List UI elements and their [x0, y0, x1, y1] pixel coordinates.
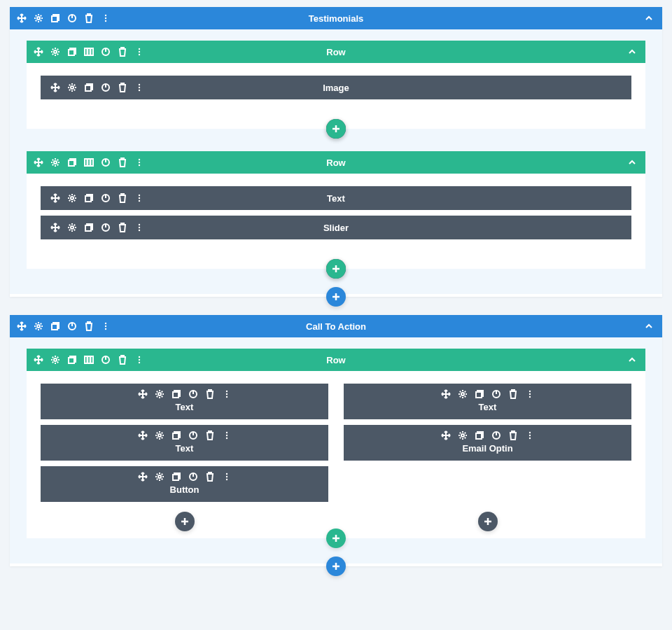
power-icon[interactable] [101, 47, 111, 57]
gear-icon[interactable] [458, 430, 468, 440]
trash-icon[interactable] [118, 193, 127, 203]
module-text[interactable]: Text [41, 186, 631, 210]
chevron-up-icon[interactable] [627, 355, 637, 365]
move-icon[interactable] [441, 389, 451, 399]
move-icon[interactable] [17, 13, 27, 23]
power-icon[interactable] [188, 472, 198, 482]
power-icon[interactable] [67, 13, 77, 23]
module-text[interactable]: Text [41, 384, 328, 419]
module-email-optin[interactable]: Email Optin [344, 425, 631, 461]
gear-icon[interactable] [155, 430, 164, 440]
move-icon[interactable] [50, 223, 60, 232]
duplicate-icon[interactable] [172, 389, 181, 399]
move-icon[interactable] [138, 430, 148, 440]
duplicate-icon[interactable] [50, 321, 60, 331]
more-icon[interactable] [134, 47, 144, 57]
trash-icon[interactable] [205, 430, 215, 440]
chevron-up-icon[interactable] [627, 47, 637, 57]
gear-icon[interactable] [34, 321, 43, 331]
more-icon[interactable] [134, 83, 144, 92]
move-icon[interactable] [441, 430, 451, 440]
gear-icon[interactable] [67, 223, 77, 232]
more-icon[interactable] [222, 472, 232, 482]
more-icon[interactable] [101, 13, 111, 23]
duplicate-icon[interactable] [67, 355, 77, 365]
move-icon[interactable] [138, 389, 148, 399]
power-icon[interactable] [491, 389, 501, 399]
module-image[interactable]: Image [41, 76, 631, 99]
duplicate-icon[interactable] [67, 47, 77, 57]
trash-icon[interactable] [118, 355, 127, 365]
power-icon[interactable] [101, 193, 111, 203]
power-icon[interactable] [67, 321, 77, 331]
more-icon[interactable] [134, 193, 144, 203]
more-icon[interactable] [222, 430, 232, 440]
trash-icon[interactable] [508, 430, 518, 440]
gear-icon[interactable] [50, 355, 60, 365]
columns-icon[interactable] [84, 47, 94, 57]
move-icon[interactable] [17, 321, 27, 331]
move-icon[interactable] [50, 193, 60, 203]
more-icon[interactable] [222, 389, 232, 399]
power-icon[interactable] [101, 158, 111, 167]
trash-icon[interactable] [205, 389, 215, 399]
gear-icon[interactable] [458, 389, 468, 399]
columns-icon[interactable] [84, 158, 94, 167]
duplicate-icon[interactable] [475, 430, 484, 440]
power-icon[interactable] [101, 83, 111, 92]
gear-icon[interactable] [67, 83, 77, 92]
module-button[interactable]: Button [41, 466, 328, 502]
more-icon[interactable] [134, 223, 144, 232]
trash-icon[interactable] [118, 47, 127, 57]
more-icon[interactable] [525, 430, 535, 440]
trash-icon[interactable] [84, 13, 94, 23]
move-icon[interactable] [34, 355, 43, 365]
gear-icon[interactable] [50, 47, 60, 57]
gear-icon[interactable] [155, 472, 164, 482]
duplicate-icon[interactable] [172, 430, 181, 440]
add-module-button[interactable] [175, 512, 195, 531]
more-icon[interactable] [101, 321, 111, 331]
power-icon[interactable] [101, 223, 111, 232]
chevron-up-icon[interactable] [644, 321, 654, 331]
module-text[interactable]: Text [344, 384, 631, 419]
move-icon[interactable] [34, 47, 43, 57]
trash-icon[interactable] [118, 158, 127, 167]
columns-icon[interactable] [84, 355, 94, 365]
add-row-button[interactable] [326, 528, 346, 548]
power-icon[interactable] [101, 355, 111, 365]
duplicate-icon[interactable] [172, 472, 181, 482]
gear-icon[interactable] [50, 158, 60, 167]
trash-icon[interactable] [118, 223, 127, 232]
move-icon[interactable] [34, 158, 43, 167]
add-module-button[interactable] [478, 512, 498, 531]
module-text[interactable]: Text [41, 425, 328, 461]
add-section-button[interactable] [326, 556, 346, 576]
add-section-button[interactable] [326, 287, 346, 307]
more-icon[interactable] [525, 389, 535, 399]
move-icon[interactable] [50, 83, 60, 92]
duplicate-icon[interactable] [475, 389, 484, 399]
module-slider[interactable]: Slider [41, 216, 631, 239]
duplicate-icon[interactable] [84, 193, 94, 203]
trash-icon[interactable] [508, 389, 518, 399]
trash-icon[interactable] [84, 321, 94, 331]
power-icon[interactable] [188, 389, 198, 399]
more-icon[interactable] [134, 355, 144, 365]
trash-icon[interactable] [118, 83, 127, 92]
duplicate-icon[interactable] [84, 223, 94, 232]
duplicate-icon[interactable] [50, 13, 60, 23]
add-row-button[interactable] [326, 119, 346, 139]
gear-icon[interactable] [155, 389, 164, 399]
trash-icon[interactable] [205, 472, 215, 482]
gear-icon[interactable] [34, 13, 43, 23]
power-icon[interactable] [491, 430, 501, 440]
add-row-button[interactable] [326, 259, 346, 279]
chevron-up-icon[interactable] [627, 158, 637, 167]
duplicate-icon[interactable] [84, 83, 94, 92]
move-icon[interactable] [138, 472, 148, 482]
more-icon[interactable] [134, 158, 144, 167]
chevron-up-icon[interactable] [644, 13, 654, 23]
gear-icon[interactable] [67, 193, 77, 203]
duplicate-icon[interactable] [67, 158, 77, 167]
